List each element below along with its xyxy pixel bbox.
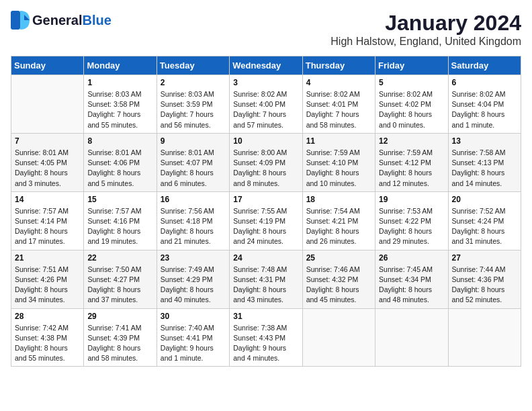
day-info: Sunrise: 7:59 AM Sunset: 4:10 PM Dayligh… — [306, 148, 371, 189]
day-info: Sunrise: 7:46 AM Sunset: 4:32 PM Dayligh… — [306, 265, 371, 306]
day-info: Sunrise: 7:58 AM Sunset: 4:13 PM Dayligh… — [452, 148, 517, 189]
logo: GeneralBlue — [11, 11, 112, 30]
day-info: Sunrise: 8:01 AM Sunset: 4:07 PM Dayligh… — [161, 148, 226, 189]
calendar-cell: 9Sunrise: 8:01 AM Sunset: 4:07 PM Daylig… — [157, 133, 229, 191]
day-info: Sunrise: 7:54 AM Sunset: 4:21 PM Dayligh… — [306, 206, 371, 247]
day-number: 17 — [233, 195, 298, 204]
calendar-cell: 10Sunrise: 8:00 AM Sunset: 4:09 PM Dayli… — [230, 133, 302, 191]
calendar-cell: 19Sunrise: 7:53 AM Sunset: 4:22 PM Dayli… — [375, 191, 448, 250]
day-info: Sunrise: 7:45 AM Sunset: 4:34 PM Dayligh… — [379, 265, 444, 306]
day-number: 31 — [233, 312, 298, 321]
calendar-header-row: SundayMondayTuesdayWednesdayThursdayFrid… — [11, 56, 521, 75]
day-number: 29 — [87, 312, 152, 321]
header-cell-thursday: Thursday — [302, 56, 375, 75]
calendar-cell: 16Sunrise: 7:56 AM Sunset: 4:18 PM Dayli… — [157, 191, 229, 250]
day-number: 1 — [87, 78, 152, 87]
day-info: Sunrise: 7:56 AM Sunset: 4:18 PM Dayligh… — [161, 206, 226, 247]
day-number: 25 — [306, 253, 371, 263]
day-number: 13 — [452, 136, 517, 146]
calendar-cell: 25Sunrise: 7:46 AM Sunset: 4:32 PM Dayli… — [302, 250, 375, 308]
day-number: 20 — [452, 195, 517, 204]
day-number: 10 — [233, 136, 298, 146]
calendar-cell: 4Sunrise: 8:02 AM Sunset: 4:01 PM Daylig… — [302, 75, 375, 134]
day-number: 3 — [233, 78, 298, 87]
calendar-body: 1Sunrise: 8:03 AM Sunset: 3:58 PM Daylig… — [11, 75, 521, 367]
day-number: 23 — [161, 253, 226, 263]
calendar-table: SundayMondayTuesdayWednesdayThursdayFrid… — [11, 56, 521, 367]
day-number: 18 — [306, 195, 371, 204]
calendar-cell: 24Sunrise: 7:48 AM Sunset: 4:31 PM Dayli… — [230, 250, 302, 308]
day-info: Sunrise: 8:03 AM Sunset: 3:59 PM Dayligh… — [161, 89, 226, 130]
calendar-cell: 18Sunrise: 7:54 AM Sunset: 4:21 PM Dayli… — [302, 191, 375, 250]
header-cell-tuesday: Tuesday — [157, 56, 229, 75]
calendar-cell: 23Sunrise: 7:49 AM Sunset: 4:29 PM Dayli… — [157, 250, 229, 308]
header-cell-wednesday: Wednesday — [230, 56, 302, 75]
day-number: 7 — [15, 136, 80, 146]
day-info: Sunrise: 7:50 AM Sunset: 4:27 PM Dayligh… — [87, 265, 152, 306]
calendar-subtitle: High Halstow, England, United Kingdom — [330, 36, 521, 48]
day-info: Sunrise: 8:02 AM Sunset: 4:04 PM Dayligh… — [452, 89, 517, 130]
day-info: Sunrise: 7:41 AM Sunset: 4:39 PM Dayligh… — [87, 323, 152, 364]
day-info: Sunrise: 7:40 AM Sunset: 4:41 PM Dayligh… — [161, 323, 226, 364]
day-number: 26 — [379, 253, 444, 263]
header-cell-monday: Monday — [84, 56, 157, 75]
day-info: Sunrise: 7:49 AM Sunset: 4:29 PM Dayligh… — [161, 265, 226, 306]
day-info: Sunrise: 8:01 AM Sunset: 4:05 PM Dayligh… — [15, 148, 80, 189]
day-number: 4 — [306, 78, 371, 87]
calendar-cell: 31Sunrise: 7:38 AM Sunset: 4:43 PM Dayli… — [230, 308, 302, 367]
calendar-cell — [448, 308, 521, 367]
day-number: 22 — [87, 253, 152, 263]
day-number: 2 — [161, 78, 226, 87]
day-info: Sunrise: 8:01 AM Sunset: 4:06 PM Dayligh… — [87, 148, 152, 189]
day-info: Sunrise: 8:00 AM Sunset: 4:09 PM Dayligh… — [233, 148, 298, 189]
day-info: Sunrise: 8:02 AM Sunset: 4:02 PM Dayligh… — [379, 89, 444, 130]
day-info: Sunrise: 7:48 AM Sunset: 4:31 PM Dayligh… — [233, 265, 298, 306]
calendar-week-row: 28Sunrise: 7:42 AM Sunset: 4:38 PM Dayli… — [11, 308, 521, 367]
day-info: Sunrise: 7:52 AM Sunset: 4:24 PM Dayligh… — [452, 206, 517, 247]
calendar-week-row: 1Sunrise: 8:03 AM Sunset: 3:58 PM Daylig… — [11, 75, 521, 134]
calendar-cell: 13Sunrise: 7:58 AM Sunset: 4:13 PM Dayli… — [448, 133, 521, 191]
title-block: January 2024 High Halstow, England, Unit… — [330, 11, 521, 48]
logo-icon — [11, 11, 30, 30]
calendar-cell: 28Sunrise: 7:42 AM Sunset: 4:38 PM Dayli… — [11, 308, 84, 367]
day-info: Sunrise: 7:38 AM Sunset: 4:43 PM Dayligh… — [233, 323, 298, 364]
day-info: Sunrise: 7:44 AM Sunset: 4:36 PM Dayligh… — [452, 265, 517, 306]
day-number: 6 — [452, 78, 517, 87]
day-info: Sunrise: 8:02 AM Sunset: 4:00 PM Dayligh… — [233, 89, 298, 130]
day-info: Sunrise: 7:57 AM Sunset: 4:16 PM Dayligh… — [87, 206, 152, 247]
calendar-cell — [302, 308, 375, 367]
calendar-cell: 20Sunrise: 7:52 AM Sunset: 4:24 PM Dayli… — [448, 191, 521, 250]
header-cell-friday: Friday — [375, 56, 448, 75]
calendar-cell: 5Sunrise: 8:02 AM Sunset: 4:02 PM Daylig… — [375, 75, 448, 134]
day-info: Sunrise: 7:53 AM Sunset: 4:22 PM Dayligh… — [379, 206, 444, 247]
day-number: 15 — [87, 195, 152, 204]
calendar-cell: 3Sunrise: 8:02 AM Sunset: 4:00 PM Daylig… — [230, 75, 302, 134]
calendar-cell — [11, 75, 84, 134]
calendar-cell: 29Sunrise: 7:41 AM Sunset: 4:39 PM Dayli… — [84, 308, 157, 367]
calendar-week-row: 14Sunrise: 7:57 AM Sunset: 4:14 PM Dayli… — [11, 191, 521, 250]
day-number: 28 — [15, 312, 80, 321]
day-number: 8 — [87, 136, 152, 146]
header-cell-sunday: Sunday — [11, 56, 84, 75]
calendar-cell: 14Sunrise: 7:57 AM Sunset: 4:14 PM Dayli… — [11, 191, 84, 250]
calendar-cell: 17Sunrise: 7:55 AM Sunset: 4:19 PM Dayli… — [230, 191, 302, 250]
calendar-cell: 8Sunrise: 8:01 AM Sunset: 4:06 PM Daylig… — [84, 133, 157, 191]
header-cell-saturday: Saturday — [448, 56, 521, 75]
calendar-cell: 15Sunrise: 7:57 AM Sunset: 4:16 PM Dayli… — [84, 191, 157, 250]
logo-text: GeneralBlue — [32, 13, 112, 28]
day-number: 24 — [233, 253, 298, 263]
page-header: GeneralBlue January 2024 High Halstow, E… — [11, 11, 521, 48]
day-number: 9 — [161, 136, 226, 146]
day-info: Sunrise: 7:51 AM Sunset: 4:26 PM Dayligh… — [15, 265, 80, 306]
calendar-cell: 1Sunrise: 8:03 AM Sunset: 3:58 PM Daylig… — [84, 75, 157, 134]
day-info: Sunrise: 7:55 AM Sunset: 4:19 PM Dayligh… — [233, 206, 298, 247]
calendar-week-row: 7Sunrise: 8:01 AM Sunset: 4:05 PM Daylig… — [11, 133, 521, 191]
calendar-cell: 6Sunrise: 8:02 AM Sunset: 4:04 PM Daylig… — [448, 75, 521, 134]
calendar-cell: 30Sunrise: 7:40 AM Sunset: 4:41 PM Dayli… — [157, 308, 229, 367]
day-info: Sunrise: 8:03 AM Sunset: 3:58 PM Dayligh… — [87, 89, 152, 130]
svg-rect-0 — [11, 11, 20, 30]
day-info: Sunrise: 7:42 AM Sunset: 4:38 PM Dayligh… — [15, 323, 80, 364]
calendar-cell: 22Sunrise: 7:50 AM Sunset: 4:27 PM Dayli… — [84, 250, 157, 308]
day-number: 21 — [15, 253, 80, 263]
calendar-cell: 2Sunrise: 8:03 AM Sunset: 3:59 PM Daylig… — [157, 75, 229, 134]
